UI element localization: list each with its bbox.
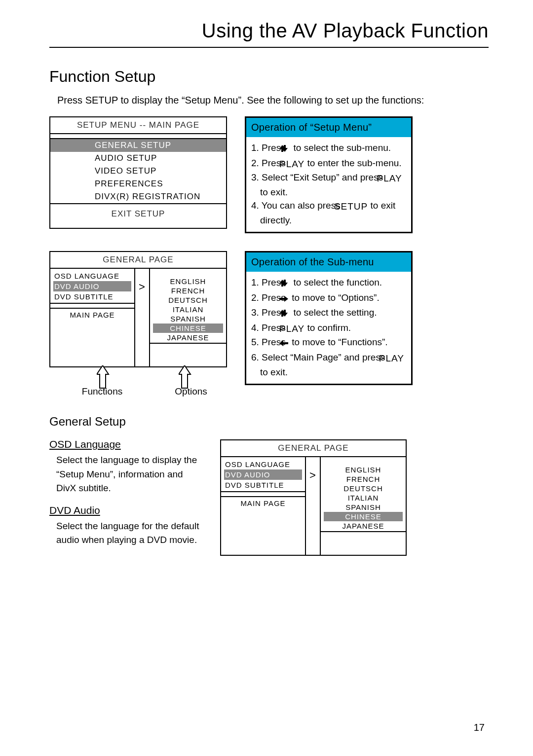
- setup-menu-title: SETUP MENU -- MAIN PAGE: [50, 117, 226, 134]
- setup-menu-item-general: GENERAL SETUP: [50, 139, 226, 152]
- setup-menu-item-video: VIDEO SETUP: [50, 165, 226, 178]
- setup-key: SETUP: [343, 200, 368, 214]
- info-submenu-step: 3. Press to select the setting.: [251, 306, 407, 321]
- hollow-up-arrow-icon: [179, 365, 192, 389]
- option-spanish: SPANISH: [153, 314, 223, 324]
- left-arrow-icon: [288, 337, 289, 351]
- general-setup-heading: General Setup: [49, 415, 489, 429]
- option-italian: ITALIAN: [153, 305, 223, 314]
- setup-menu-item-preferences: PREFERENCES: [50, 178, 226, 190]
- info-submenu-step: 5. Press to move to “Functions”.: [251, 335, 407, 351]
- chevron-right-icon: >: [139, 282, 146, 292]
- info-setup-step: 1. Press to select the sub-menu.: [251, 141, 407, 156]
- option-english: ENGLISH: [324, 465, 403, 474]
- info-submenu-step: 6. Select “Main Page” and press PLAY to …: [251, 351, 407, 379]
- info-setup-menu-heading: Operation of “Setup Menu”: [246, 118, 411, 137]
- option-english: ENGLISH: [153, 277, 223, 286]
- hollow-up-arrow-icon: [97, 365, 111, 389]
- functions-label: Functions: [49, 386, 155, 397]
- setup-menu-item-divx: DIVX(R) REGISTRATION: [50, 190, 226, 203]
- option-japanese: JAPANESE: [153, 333, 223, 342]
- option-deutsch: DEUTSCH: [153, 295, 223, 305]
- play-key: PLAY: [388, 352, 404, 365]
- option-japanese: JAPANESE: [324, 521, 403, 531]
- setup-menu-exit: EXIT SETUP: [50, 204, 226, 228]
- info-setup-step: 4. You can also press SETUP to exit dire…: [251, 199, 407, 227]
- dvd-audio-text: Select the language for the default audi…: [56, 519, 202, 547]
- function-osd-language: OSD LANGUAGE: [224, 459, 302, 469]
- option-chinese: CHINESE: [324, 512, 403, 521]
- general-page-title: GENERAL PAGE: [221, 440, 406, 457]
- setup-menu-screenshot: SETUP MENU -- MAIN PAGE GENERAL SETUP AU…: [49, 116, 227, 229]
- options-label: Options: [155, 386, 227, 397]
- function-dvd-audio: DVD AUDIO: [53, 281, 131, 291]
- option-french: FRENCH: [324, 474, 403, 484]
- info-submenu-step: 1. Press to select the function.: [251, 276, 407, 291]
- general-page-screenshot-1: GENERAL PAGE OSD LANGUAGE DVD AUDIO DVD …: [49, 251, 227, 367]
- option-deutsch: DEUTSCH: [324, 484, 403, 493]
- option-chinese: CHINESE: [153, 324, 223, 333]
- play-key: PLAY: [288, 157, 305, 171]
- option-italian: ITALIAN: [324, 493, 403, 503]
- function-main-page: MAIN PAGE: [53, 310, 131, 320]
- play-key: PLAY: [288, 322, 305, 336]
- general-page-screenshot-2: GENERAL PAGE OSD LANGUAGE DVD AUDIO DVD …: [220, 439, 407, 556]
- info-setup-step: 2. Press PLAY to enter the sub-menu.: [251, 156, 407, 171]
- page-number: 17: [474, 722, 485, 733]
- function-dvd-audio: DVD AUDIO: [224, 469, 302, 480]
- chevron-right-icon: >: [309, 470, 316, 481]
- section-function-setup: Function Setup: [49, 68, 489, 86]
- dvd-audio-title: DVD Audio: [49, 504, 202, 516]
- function-osd-language: OSD LANGUAGE: [53, 271, 131, 281]
- osd-language-text: Select the language to display the “Setu…: [56, 453, 202, 496]
- info-submenu: Operation of the Sub-menu 1. Press to se…: [245, 251, 413, 385]
- function-main-page: MAIN PAGE: [224, 498, 302, 508]
- info-setup-step: 3. Select “Exit Setup” and press PLAY to…: [251, 171, 407, 199]
- setup-menu-item-audio: AUDIO SETUP: [50, 152, 226, 165]
- play-key: PLAY: [385, 172, 402, 185]
- function-dvd-subtitle: DVD SUBTITLE: [224, 480, 302, 490]
- general-page-title: GENERAL PAGE: [50, 252, 226, 269]
- option-spanish: SPANISH: [324, 503, 403, 512]
- function-dvd-subtitle: DVD SUBTITLE: [53, 291, 131, 302]
- option-french: FRENCH: [153, 286, 223, 295]
- info-submenu-step: 4. Press PLAY to confirm.: [251, 321, 407, 336]
- info-setup-menu: Operation of “Setup Menu” 1. Press to se…: [245, 116, 413, 233]
- title-rule: [49, 47, 489, 48]
- osd-language-title: OSD Language: [49, 438, 202, 450]
- info-submenu-heading: Operation of the Sub-menu: [246, 252, 411, 272]
- chapter-title: Using the AV Playback Function: [49, 20, 489, 44]
- right-arrow-icon: [288, 292, 289, 306]
- info-submenu-step: 2. Press to move to “Options”.: [251, 291, 407, 306]
- lead-text: Press SETUP to display the “Setup Menu”.…: [57, 94, 489, 107]
